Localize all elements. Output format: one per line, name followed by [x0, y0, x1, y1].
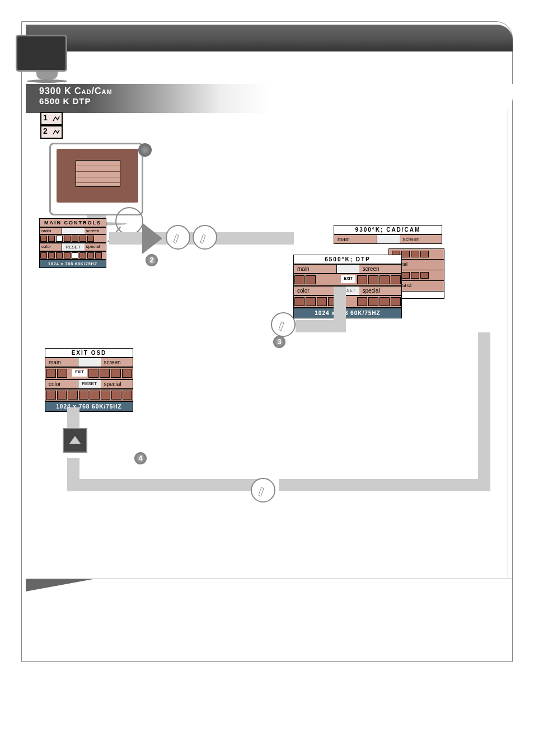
- osd-9300k: 9300°K; CAD/CAM mainscreen: [334, 225, 442, 244]
- header-bar: [26, 25, 513, 51]
- pen-icon: [166, 225, 190, 250]
- flow-pipe: [478, 332, 490, 488]
- osd-title: 9300°K; CAD/CAM: [334, 225, 442, 234]
- title-cadcam: Cad/Cam: [74, 86, 113, 96]
- preset-buttons: 1 2: [40, 112, 94, 130]
- osd-main-controls: MAIN CONTROLS mainscreen colorRESETspeci…: [39, 218, 106, 268]
- power-button-icon: [138, 143, 152, 157]
- title-6500: 6500 K DTP: [39, 96, 513, 106]
- osd-title: 6500°K; DTP: [293, 255, 402, 264]
- pen-icon: [193, 225, 217, 250]
- footer-wedge-icon: [26, 579, 93, 591]
- step-badge-2: 2: [146, 254, 158, 266]
- osd-title: EXIT OSD: [45, 348, 133, 358]
- footer-area: [26, 579, 513, 661]
- step-badge-4: 4: [134, 452, 147, 464]
- pen-icon: [251, 478, 275, 503]
- arrow-right-icon: [142, 223, 162, 254]
- preset-2-button[interactable]: 2: [40, 125, 63, 139]
- preset-1-button[interactable]: 1: [40, 112, 63, 125]
- osd-status: 1024 x 768 60K/75HZ: [45, 401, 133, 412]
- flow-pipe: [67, 407, 79, 429]
- osd-status: 1024 x 768 60K/75HZ: [39, 260, 106, 268]
- flow-pipe: [279, 479, 490, 491]
- pen-icon: [271, 312, 296, 337]
- up-arrow-button[interactable]: [63, 428, 87, 453]
- title-9300: 9300 K: [39, 86, 74, 96]
- monitor-icon: [16, 35, 78, 86]
- osd-status: 1024 x 768 60K/75HZ: [293, 308, 402, 318]
- flow-pipe: [296, 320, 346, 332]
- zoom-lens-icon: [115, 207, 143, 235]
- step-badge-3: 3: [273, 336, 285, 348]
- flow-pipe: [67, 479, 257, 491]
- osd-title: MAIN CONTROLS: [39, 218, 106, 227]
- osd-exit: EXIT OSD mainscreen EXIT colorRESETspeci…: [45, 348, 133, 412]
- osd-6500k: 6500°K; DTP mainscreen EXIT colorRESETsp…: [293, 255, 402, 318]
